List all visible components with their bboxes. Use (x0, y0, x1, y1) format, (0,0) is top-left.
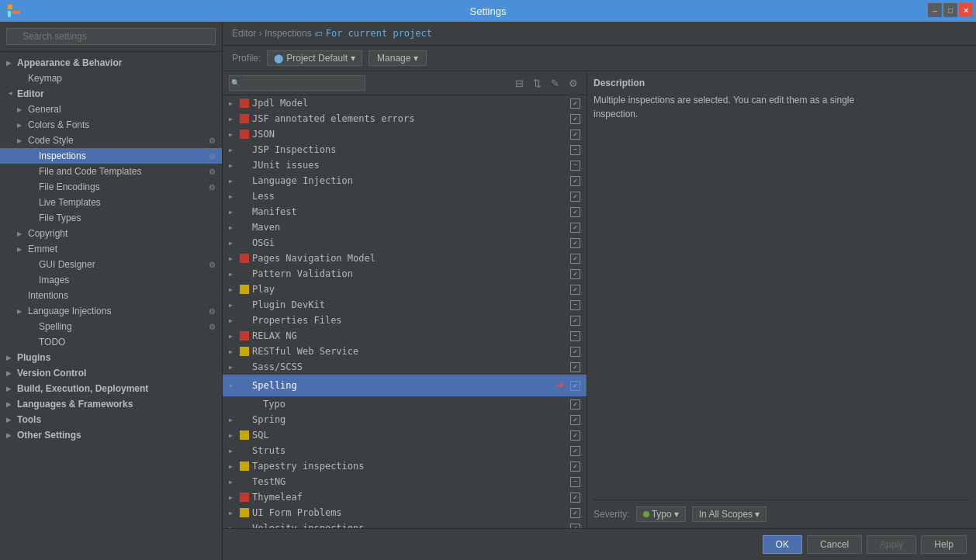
sidebar-item-colors-fonts[interactable]: ▶ Colors & Fonts (0, 117, 222, 133)
sidebar-item-appearance[interactable]: ▶ Appearance & Behavior (0, 55, 222, 71)
profile-select[interactable]: ⬤ Project Default ▾ (267, 50, 362, 66)
table-row[interactable]: ▶ TestNG (223, 474, 587, 489)
maximize-button[interactable]: □ (943, 3, 957, 17)
enabled-checkbox[interactable] (570, 300, 580, 310)
sidebar-item-live-templates[interactable]: Live Templates (0, 195, 222, 210)
help-button[interactable]: Help (921, 535, 967, 554)
manage-button[interactable]: Manage ▾ (369, 50, 427, 66)
ok-button[interactable]: OK (763, 535, 802, 554)
table-row[interactable]: ▶ Play (223, 282, 587, 297)
enabled-checkbox[interactable] (570, 415, 580, 425)
minimize-button[interactable]: – (928, 3, 942, 17)
sidebar-item-keymap[interactable]: Keymap (0, 71, 222, 86)
enabled-checkbox[interactable] (570, 145, 580, 155)
sidebar-item-build-execution[interactable]: ▶ Build, Execution, Deployment (0, 381, 222, 396)
enabled-checkbox[interactable] (570, 254, 580, 264)
table-row[interactable]: ▶ Plugin DevKit (223, 297, 587, 313)
sidebar-item-inspections[interactable]: Inspections ⚙ (0, 148, 222, 164)
table-row[interactable]: ▼ Spelling ➜ (223, 375, 587, 396)
enabled-checkbox[interactable] (570, 446, 580, 456)
sidebar-item-plugins[interactable]: ▶ Plugins (0, 350, 222, 365)
sidebar-item-copyright[interactable]: ▶ Copyright (0, 226, 222, 241)
table-row[interactable]: ▶ Pattern Validation (223, 266, 587, 282)
table-row[interactable]: ▶ Pages Navigation Model (223, 251, 587, 266)
sidebar-item-general[interactable]: ▶ General (0, 102, 222, 117)
edit-icon[interactable]: ✎ (549, 77, 562, 90)
enabled-checkbox[interactable] (570, 347, 580, 357)
arrow-icon: ▶ (6, 432, 14, 439)
close-button[interactable]: ✕ (959, 3, 973, 17)
sidebar-item-intentions[interactable]: Intentions (0, 288, 222, 303)
sidebar-item-todo[interactable]: TODO (0, 334, 222, 350)
table-row[interactable]: ▶ JUnit issues (223, 157, 587, 173)
enabled-checkbox[interactable] (570, 362, 580, 372)
sidebar-item-other-settings[interactable]: ▶ Other Settings (0, 427, 222, 443)
table-row[interactable]: ▶ SQL (223, 427, 587, 443)
table-row[interactable]: ▶ Struts (223, 443, 587, 458)
enabled-checkbox[interactable] (570, 99, 580, 109)
enabled-checkbox[interactable] (570, 192, 580, 202)
cancel-button[interactable]: Cancel (807, 535, 862, 554)
filter-icon[interactable]: ⊟ (513, 77, 526, 90)
table-row[interactable]: ▶ Properties Files (223, 313, 587, 328)
enabled-checkbox[interactable] (570, 477, 580, 487)
sidebar-item-spelling[interactable]: Spelling ⚙ (0, 319, 222, 334)
enabled-checkbox[interactable] (570, 493, 580, 503)
enabled-checkbox[interactable] (570, 161, 580, 171)
table-row[interactable]: ▶ RELAX NG (223, 328, 587, 344)
table-row[interactable]: ▶ JSON (223, 126, 587, 142)
sidebar-item-file-code-templates[interactable]: File and Code Templates ⚙ (0, 164, 222, 179)
inspection-label: Maven (252, 222, 567, 233)
enabled-checkbox[interactable] (570, 130, 580, 140)
table-row[interactable]: ▶ JSF annotated elements errors (223, 111, 587, 126)
sidebar-item-images[interactable]: Images (0, 272, 222, 288)
enabled-checkbox[interactable] (570, 508, 580, 518)
table-row[interactable]: ▶ Jpdl Model (223, 95, 587, 111)
sidebar-search-input[interactable] (6, 28, 216, 45)
sidebar-item-version-control[interactable]: ▶ Version Control (0, 365, 222, 381)
enabled-checkbox[interactable] (570, 381, 580, 391)
enabled-checkbox[interactable] (570, 238, 580, 248)
enabled-checkbox[interactable] (570, 430, 580, 441)
sidebar-item-file-encodings[interactable]: File Encodings ⚙ (0, 179, 222, 195)
enabled-checkbox[interactable] (570, 316, 580, 326)
sidebar-item-code-style[interactable]: ▶ Code Style ⚙ (0, 133, 222, 148)
sidebar-item-emmet[interactable]: ▶ Emmet (0, 241, 222, 257)
scope-select[interactable]: In All Scopes ▾ (692, 506, 767, 522)
enabled-checkbox[interactable] (570, 331, 580, 341)
table-row[interactable]: ▶ Tapestry inspections (223, 458, 587, 474)
table-row[interactable]: ▶ UI Form Problems (223, 505, 587, 520)
apply-button[interactable]: Apply (867, 535, 916, 554)
table-row[interactable]: ▶ Spring (223, 412, 587, 427)
list-search-input[interactable] (229, 75, 365, 91)
sidebar-item-tools[interactable]: ▶ Tools (0, 412, 222, 427)
table-row[interactable]: ▶ Maven (223, 220, 587, 235)
table-row[interactable]: ▶ OSGi (223, 235, 587, 251)
sidebar-item-file-types[interactable]: File Types (0, 210, 222, 226)
enabled-checkbox[interactable] (570, 269, 580, 279)
sidebar-item-language-injections[interactable]: ▶ Language Injections ⚙ (0, 303, 222, 319)
table-row[interactable]: ▶ Language Injection (223, 173, 587, 188)
sidebar-item-gui-designer[interactable]: GUI Designer ⚙ (0, 257, 222, 272)
sidebar-item-languages-frameworks[interactable]: ▶ Languages & Frameworks (0, 396, 222, 412)
table-row[interactable]: Typo (223, 396, 587, 412)
enabled-checkbox[interactable] (570, 207, 580, 217)
expand-icon[interactable]: ⇅ (531, 77, 544, 90)
table-row[interactable]: ▶ Manifest (223, 204, 587, 220)
sidebar-item-editor[interactable]: ▼ Editor (0, 86, 222, 102)
table-row[interactable]: ▶ Velocity inspections (223, 520, 587, 528)
table-row[interactable]: ▶ Sass/SCSS (223, 359, 587, 375)
severity-select[interactable]: Typo ▾ (636, 506, 686, 522)
table-row[interactable]: ▶ Thymeleaf (223, 489, 587, 505)
enabled-checkbox[interactable] (570, 176, 580, 186)
enabled-checkbox[interactable] (570, 285, 580, 295)
table-row[interactable]: ▶ RESTful Web Service (223, 344, 587, 359)
enabled-checkbox[interactable] (570, 461, 580, 472)
inspection-label: RELAX NG (252, 330, 567, 341)
table-row[interactable]: ▶ JSP Inspections (223, 142, 587, 157)
enabled-checkbox[interactable] (570, 114, 580, 124)
enabled-checkbox[interactable] (570, 223, 580, 233)
table-row[interactable]: ▶ Less (223, 188, 587, 204)
settings-icon[interactable]: ⚙ (566, 77, 580, 90)
enabled-checkbox[interactable] (570, 399, 580, 410)
